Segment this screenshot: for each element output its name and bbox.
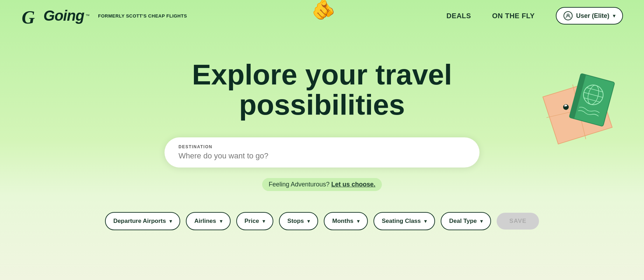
- seating-class-label: Seating Class: [382, 218, 421, 225]
- user-icon: [564, 11, 573, 20]
- search-bar: DESTINATION: [164, 137, 479, 168]
- destination-input[interactable]: [178, 151, 465, 161]
- logo-text: Going: [43, 7, 84, 24]
- logo[interactable]: G Going ™: [21, 5, 90, 26]
- deal-type-filter[interactable]: Deal Type ▾: [441, 212, 491, 230]
- months-filter[interactable]: Months ▾: [324, 212, 368, 230]
- departure-airports-label: Departure Airports: [113, 218, 166, 225]
- departure-airports-filter[interactable]: Departure Airports ▾: [105, 212, 181, 230]
- chevron-down-icon: ▾: [169, 218, 172, 224]
- chevron-down-icon: ▾: [220, 218, 222, 224]
- chevron-down-icon: ▾: [424, 218, 427, 224]
- user-menu-button[interactable]: User (Elite) ▾: [556, 7, 623, 25]
- filter-bar: Departure Airports ▾ Airlines ▾ Price ▾ …: [84, 212, 560, 230]
- header-left: G Going ™ FORMERLY SCOTT'S CHEAP FLIGHTS: [21, 5, 187, 26]
- let-us-choose-link[interactable]: Let us choose.: [331, 181, 376, 188]
- logo-tm: ™: [85, 13, 90, 18]
- map-passport-illustration: [539, 70, 616, 156]
- chevron-down-icon: ▾: [480, 218, 483, 224]
- airlines-label: Airlines: [194, 218, 216, 225]
- price-filter[interactable]: Price ▾: [236, 212, 274, 230]
- chevron-down-icon: ▾: [357, 218, 359, 224]
- hero-section: G Going ™ FORMERLY SCOTT'S CHEAP FLIGHTS…: [0, 0, 644, 280]
- adventurous-banner: Feeling Adventurous? Let us choose.: [262, 178, 382, 191]
- svg-text:G: G: [22, 7, 35, 26]
- chevron-down-icon: ▾: [262, 218, 265, 224]
- save-button[interactable]: SAVE: [497, 213, 539, 230]
- logo-icon: G: [21, 5, 42, 26]
- nav-on-the-fly[interactable]: ON THE FLY: [492, 12, 535, 20]
- stops-filter[interactable]: Stops ▾: [279, 212, 318, 230]
- seating-class-filter[interactable]: Seating Class ▾: [373, 212, 435, 230]
- price-label: Price: [245, 218, 259, 225]
- search-label: DESTINATION: [178, 144, 465, 149]
- adventurous-prefix: Feeling Adventurous?: [268, 181, 329, 188]
- nav-deals[interactable]: DEALS: [447, 12, 471, 20]
- header-right: DEALS ON THE FLY User (Elite) ▾: [447, 7, 623, 25]
- chevron-down-icon: ▾: [307, 218, 310, 224]
- formerly-text: FORMERLY SCOTT'S CHEAP FLIGHTS: [98, 13, 187, 19]
- user-label: User (Elite): [576, 12, 609, 20]
- deal-type-label: Deal Type: [449, 218, 477, 225]
- hero-title: Explore your travel possibilities: [112, 60, 532, 120]
- chevron-down-icon: ▾: [613, 13, 615, 19]
- airlines-filter[interactable]: Airlines ▾: [186, 212, 230, 230]
- months-label: Months: [332, 218, 353, 225]
- header: G Going ™ FORMERLY SCOTT'S CHEAP FLIGHTS…: [0, 0, 644, 32]
- stops-label: Stops: [287, 218, 304, 225]
